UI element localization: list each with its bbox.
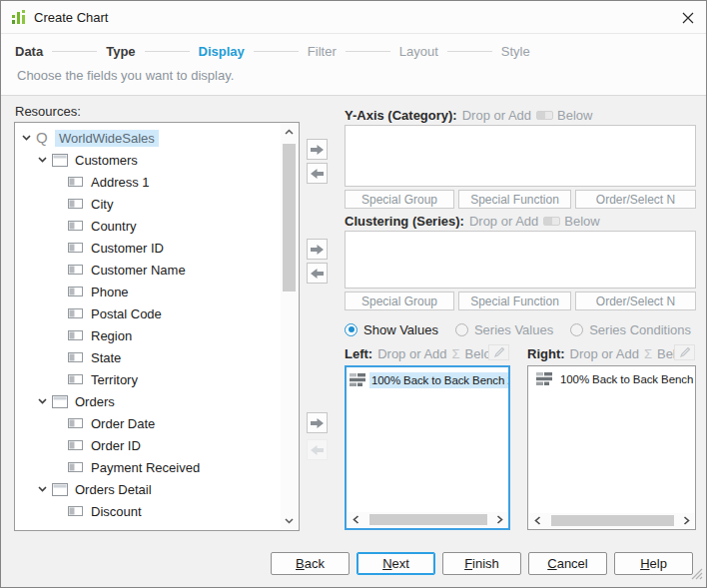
special-function-button[interactable]: Special Function (458, 292, 571, 310)
finish-button[interactable]: Finish (442, 552, 521, 575)
tree-scrollbar[interactable] (281, 124, 298, 529)
scroll-thumb[interactable] (551, 515, 674, 526)
help-button[interactable]: Help (614, 552, 693, 575)
values-move-left-button[interactable] (307, 439, 328, 460)
radio-series-conditions[interactable]: Series Conditions (570, 322, 691, 337)
step-layout[interactable]: Layout (399, 44, 438, 59)
tree-item-orders-detail[interactable]: Orders Detail (15, 478, 281, 500)
below-label: Below (557, 108, 592, 123)
step-display[interactable]: Display (199, 44, 245, 59)
radio-icon[interactable] (345, 323, 357, 336)
below-toggle[interactable] (536, 111, 553, 120)
tree-item-city[interactable]: City (15, 193, 281, 215)
drop-hint: Drop or Add (469, 214, 538, 229)
tree-item-state[interactable]: State (15, 346, 281, 368)
tree-item-address-1[interactable]: Address 1 (15, 171, 281, 193)
edit-button[interactable] (674, 344, 695, 360)
radio-series-values[interactable]: Series Values (455, 322, 553, 337)
radio-icon[interactable] (455, 323, 468, 336)
scroll-down-icon[interactable] (281, 513, 298, 529)
step-connector (145, 51, 190, 52)
radio-show-values[interactable]: Show Values (345, 322, 438, 337)
series-move-left-button[interactable] (307, 263, 328, 284)
radio-icon[interactable] (570, 323, 583, 336)
special-group-button[interactable]: Special Group (345, 292, 454, 310)
below-toggle[interactable] (543, 217, 560, 226)
h-scrollbar[interactable] (348, 512, 507, 527)
h-scrollbar[interactable] (529, 513, 694, 528)
scroll-right-icon[interactable] (492, 512, 506, 527)
tree-item-phone[interactable]: Phone (15, 281, 281, 302)
tree-item-order-id[interactable]: Order ID (15, 434, 281, 456)
step-connector (447, 51, 492, 52)
tree-item-label: City (87, 196, 117, 213)
value-item-label: 100% Back to Back Bench 2-D (558, 371, 695, 387)
chart-icon (11, 9, 28, 26)
resize-grip[interactable] (691, 566, 703, 584)
wizard-steps: DataTypeDisplayFilterLayoutStyle (15, 41, 530, 61)
edit-button[interactable] (488, 344, 509, 360)
drop-hint: Drop or Add (377, 346, 446, 361)
chevron-down-icon[interactable] (38, 398, 52, 404)
chevron-down-icon[interactable] (38, 157, 52, 163)
category-move-right-button[interactable] (307, 139, 328, 160)
tree-item-customers[interactable]: Customers (15, 149, 281, 171)
left-values-list[interactable]: 100% Back to Back Bench 2-D (345, 365, 510, 530)
values-mode-radios: Show ValuesSeries ValuesSeries Condition… (345, 321, 691, 337)
step-data[interactable]: Data (15, 44, 43, 59)
tree-item-orders[interactable]: Orders (15, 390, 281, 412)
series-move-right-button[interactable] (307, 239, 328, 260)
tree-item-discount[interactable]: Discount (15, 500, 281, 522)
clustering-dropzone[interactable] (345, 231, 696, 289)
special-function-button[interactable]: Special Function (458, 190, 571, 209)
right-label: Right: (527, 346, 565, 361)
right-values-list[interactable]: 100% Back to Back Bench 2-D (527, 365, 696, 530)
tree-item-payment-received[interactable]: Payment Received (15, 456, 281, 478)
chevron-down-icon[interactable] (22, 135, 36, 141)
tree-item-worldwidesales[interactable]: QWorldWideSales (15, 127, 281, 149)
scroll-up-icon[interactable] (281, 124, 298, 140)
order-select-n-button[interactable]: Order/Select N (575, 292, 696, 310)
tree-item-customer-name[interactable]: Customer Name (15, 259, 281, 281)
scroll-right-icon[interactable] (679, 513, 693, 528)
below-label: Below (564, 214, 599, 229)
step-style[interactable]: Style (501, 44, 530, 59)
special-group-button[interactable]: Special Group (345, 190, 454, 209)
right-values-header: Right: Drop or Add Σ Below (527, 344, 696, 362)
radio-label: Show Values (363, 322, 438, 337)
field-icon (68, 374, 87, 384)
tree-item-label: Order Date (87, 415, 159, 432)
values-move-right-button[interactable] (307, 412, 328, 433)
close-icon[interactable] (679, 9, 696, 26)
tree-item-label: Postal Code (87, 305, 166, 322)
tree-item-country[interactable]: Country (15, 215, 281, 237)
scroll-left-icon[interactable] (530, 513, 544, 528)
scroll-thumb[interactable] (369, 514, 487, 525)
y-axis-dropzone[interactable] (345, 125, 696, 187)
tree-item-customer-id[interactable]: Customer ID (15, 237, 281, 259)
tree-item-territory[interactable]: Territory (15, 368, 281, 390)
step-filter[interactable]: Filter (308, 44, 337, 59)
tree-item-order-date[interactable]: Order Date (15, 412, 281, 434)
category-move-left-button[interactable] (307, 163, 328, 184)
next-button[interactable]: Next (356, 552, 435, 575)
table-icon (52, 395, 71, 408)
tree-item-label: Territory (87, 371, 142, 388)
chevron-down-icon[interactable] (38, 486, 52, 492)
value-item[interactable]: 100% Back to Back Bench 2-D (528, 368, 695, 389)
step-type[interactable]: Type (106, 44, 135, 59)
sigma-icon: Σ (452, 346, 460, 361)
radio-label: Series Values (474, 322, 553, 337)
value-item[interactable]: 100% Back to Back Bench 2-D (347, 369, 508, 390)
back-button[interactable]: Back (271, 552, 350, 575)
scroll-left-icon[interactable] (349, 512, 362, 527)
cancel-button[interactable]: Cancel (528, 552, 607, 575)
titlebar: Create Chart (1, 1, 706, 34)
order-select-n-button[interactable]: Order/Select N (575, 190, 696, 209)
tree-item-label: Orders Detail (71, 481, 156, 498)
tree-item-label: Address 1 (87, 174, 154, 191)
tree-item-postal-code[interactable]: Postal Code (15, 302, 281, 324)
field-icon (68, 308, 87, 318)
scroll-thumb[interactable] (283, 144, 296, 292)
tree-item-region[interactable]: Region (15, 324, 281, 346)
